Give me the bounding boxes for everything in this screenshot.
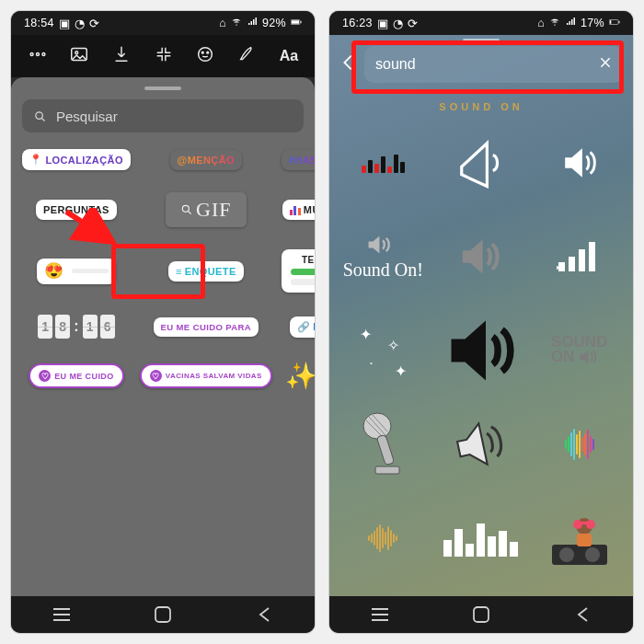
equalizer-icon [443, 520, 518, 557]
signal-icon [557, 240, 603, 273]
speaker-icon [558, 142, 601, 184]
sticker-graphic[interactable]: ✨🦋 [285, 361, 315, 391]
sticker-hashtag[interactable]: #HASHTAG [282, 150, 315, 170]
android-nav [329, 596, 633, 633]
gif-gold-wave[interactable] [337, 499, 430, 578]
svg-rect-23 [558, 262, 565, 271]
svg-rect-24 [569, 257, 575, 271]
status-icon: ▣ [59, 17, 70, 30]
battery-label: 92% [262, 17, 286, 29]
sound-on-text: Sound On! [343, 259, 423, 281]
gif-speaker-black[interactable] [435, 311, 528, 390]
sticker-countdown[interactable]: 1 8 : 1 6 [38, 315, 114, 339]
nav-home[interactable] [135, 605, 190, 624]
waveform-icon [368, 524, 397, 552]
android-nav [11, 596, 315, 633]
sticker-sheet: Pesquisar 📍LOCALIZAÇÃO @MENÇÃO #HASHTAG … [11, 77, 315, 596]
status-icon: ⌂ [219, 17, 226, 29]
gif-sound-on-script[interactable]: Sound On! [337, 217, 430, 296]
sticker-location[interactable]: 📍LOCALIZAÇÃO [22, 149, 131, 170]
sticker-grid: 📍LOCALIZAÇÃO @MENÇÃO #HASHTAG PERGUNTAS … [22, 149, 304, 391]
nav-recent[interactable] [352, 607, 408, 622]
microphone-icon [353, 409, 412, 479]
status-icon: ▣ [377, 17, 388, 30]
sheet-grabber[interactable] [144, 86, 181, 90]
nav-home[interactable] [454, 605, 509, 624]
svg-point-32 [559, 547, 574, 562]
gif-speaker-diag[interactable] [435, 405, 528, 484]
gif-microphone[interactable] [337, 405, 430, 484]
svg-rect-38 [577, 522, 592, 524]
clock: 18:54 [24, 17, 54, 29]
gif-sparkle[interactable]: ✦ ✧ · ✦ [337, 311, 430, 390]
svg-point-9 [199, 48, 213, 62]
sticker-icon[interactable] [195, 44, 215, 68]
sticker-music[interactable]: MÚSICA [282, 200, 315, 220]
sticker-link[interactable]: 🔗LINK [290, 316, 315, 338]
svg-point-12 [36, 111, 43, 119]
sticker-emoji-slider[interactable]: 😍 [37, 259, 116, 284]
svg-point-10 [202, 52, 204, 53]
gif-eq-white[interactable] [435, 499, 528, 578]
nav-back[interactable] [555, 606, 610, 623]
equalizer-icon [362, 153, 405, 173]
sticker-gif[interactable]: GIF [166, 192, 246, 227]
back-button[interactable] [339, 52, 359, 76]
svg-rect-35 [577, 534, 592, 546]
sticker-mention[interactable]: @MENÇÃO [170, 150, 242, 170]
status-bar: 16:23 ▣ ◔ ⟳ ⌂ 17% [329, 11, 633, 35]
clear-icon[interactable] [598, 55, 613, 74]
text-icon[interactable]: Aa [280, 48, 298, 64]
svg-rect-42 [474, 607, 489, 622]
status-icon: ⟳ [408, 17, 418, 30]
svg-point-8 [75, 52, 78, 54]
draw-icon[interactable] [237, 44, 258, 68]
gif-dj[interactable] [533, 499, 626, 578]
right-screenshot: 16:23 ▣ ◔ ⟳ ⌂ 17% sound [329, 11, 633, 633]
search-input[interactable]: Pesquisar [22, 99, 304, 132]
gif-rainbow-eq[interactable] [533, 405, 626, 484]
svg-rect-3 [301, 20, 302, 23]
phone-body: sound SOUND ON Sou [329, 35, 633, 596]
svg-point-4 [30, 53, 33, 56]
sticker-quiz[interactable]: TESTE [282, 249, 315, 293]
gif-megaphone[interactable] [435, 123, 528, 202]
svg-rect-25 [579, 249, 585, 271]
svg-rect-22 [619, 20, 620, 23]
battery-label: 17% [581, 17, 604, 29]
gallery-icon[interactable] [69, 44, 89, 68]
nav-back[interactable] [236, 606, 292, 623]
options-icon[interactable] [28, 44, 48, 68]
sticker-eu-cuido-para[interactable]: EU ME CUIDO PARA [154, 317, 259, 337]
search-input[interactable]: sound [364, 46, 624, 83]
nav-recent[interactable] [34, 607, 89, 622]
svg-point-33 [585, 547, 600, 562]
music-bars-icon [290, 204, 301, 215]
svg-rect-30 [375, 466, 399, 474]
sticker-questions[interactable]: PERGUNTAS [36, 200, 117, 220]
svg-point-5 [36, 53, 39, 56]
search-placeholder: Pesquisar [56, 109, 118, 124]
svg-point-6 [42, 53, 45, 56]
gif-sound-on-block[interactable]: SOUND ON [533, 311, 626, 390]
sticker-vacinas[interactable]: ♡VACINAS SALVAM VIDAS [140, 363, 272, 388]
battery-icon [609, 17, 620, 30]
sticker-poll[interactable]: ≡ENQUETE [168, 261, 244, 282]
create-icon[interactable] [154, 44, 174, 68]
left-screenshot: 18:54 ▣ ◔ ⟳ ⌂ 92% Aa [11, 11, 315, 633]
save-icon[interactable] [111, 44, 132, 68]
svg-rect-18 [155, 607, 170, 622]
phone-body: Aa Pesquisar 📍LOCALIZAÇÃO @MENÇÃO #HASHT… [11, 35, 315, 596]
status-icon: ◔ [393, 17, 403, 30]
gif-speaker-grey[interactable] [435, 217, 528, 296]
gif-eq-red[interactable] [337, 123, 430, 202]
speaker-icon [365, 234, 400, 256]
gif-signal-bars[interactable] [533, 217, 626, 296]
signal-icon [247, 17, 258, 30]
battery-icon [291, 17, 302, 30]
sticker-eu-me-cuido[interactable]: ♡EU ME CUIDO [29, 363, 123, 388]
dj-icon [543, 506, 616, 570]
gif-speaker-white[interactable] [533, 123, 626, 202]
svg-point-0 [236, 24, 236, 25]
svg-rect-21 [610, 20, 612, 24]
